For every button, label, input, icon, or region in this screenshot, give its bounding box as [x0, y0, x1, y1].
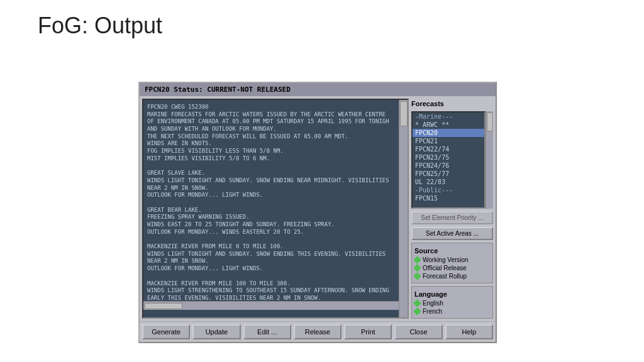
update-button[interactable]: Update	[192, 324, 240, 339]
generate-button[interactable]: Generate	[142, 324, 190, 339]
set-active-areas-button[interactable]: Set Active Areas ...	[411, 227, 493, 240]
forecast-item[interactable]: FPCN24/76	[413, 162, 484, 170]
forecast-text: FPCN20 CWEG 152300 MARINE FORECASTS FOR …	[143, 100, 408, 301]
forecast-item[interactable]: UL 22/83	[413, 178, 484, 186]
content-area: FPCN20 CWEG 152300 MARINE FORECASTS FOR …	[140, 96, 496, 321]
source-item-working[interactable]: Working Version	[414, 256, 490, 264]
forecast-item[interactable]: FPCN23/75	[413, 153, 484, 162]
right-panel: Forecasts -Marine---* ARWC **FPCN20FPCN2…	[411, 99, 493, 319]
language-label: Language	[414, 289, 490, 299]
forecast-scrollbar[interactable]	[486, 111, 493, 209]
h-scrollbar-thumb[interactable]	[145, 303, 182, 309]
language-item-french[interactable]: French	[414, 307, 490, 315]
source-item-label: Official Release	[423, 265, 467, 272]
main-window: FPCN20 Status: CURRENT-NOT RELEASED FPCN…	[138, 82, 497, 343]
diamond-icon	[413, 272, 421, 280]
print-button[interactable]: Print	[344, 324, 392, 339]
language-item-label: French	[423, 308, 442, 315]
forecasts-label: Forecasts	[411, 99, 493, 109]
vertical-scrollbar[interactable]	[399, 100, 408, 317]
diamond-icon	[413, 256, 421, 264]
language-item-english[interactable]: English	[414, 299, 490, 307]
diamond-icon	[413, 264, 421, 272]
title-bar: FPCN20 Status: CURRENT-NOT RELEASED	[140, 83, 496, 96]
language-item-label: English	[423, 300, 443, 307]
page-title: FoG: Output	[0, 0, 644, 48]
forecast-item[interactable]: -Marine---	[413, 112, 484, 121]
close-button[interactable]: Close	[394, 324, 442, 339]
text-panel: FPCN20 CWEG 152300 MARINE FORECASTS FOR …	[142, 99, 409, 319]
horizontal-scrollbar[interactable]	[143, 301, 408, 310]
forecast-item[interactable]: FPCN20	[413, 129, 484, 137]
forecast-item[interactable]: FPCN21	[413, 137, 484, 145]
forecast-item[interactable]: -Public---	[413, 186, 484, 194]
forecast-list[interactable]: -Marine---* ARWC **FPCN20FPCN21FPCN22/74…	[411, 111, 486, 209]
source-item-official[interactable]: Official Release	[414, 264, 490, 272]
forecast-item[interactable]: FPCN25/77	[413, 170, 484, 178]
scrollbar-thumb[interactable]	[400, 101, 408, 126]
edit-button[interactable]: Edit ...	[243, 324, 291, 339]
forecast-scroll-thumb[interactable]	[487, 112, 493, 131]
source-item-label: Forecast Rollup	[423, 273, 467, 280]
language-section: Language EnglishFrench	[411, 286, 493, 319]
release-button[interactable]: Release	[294, 324, 341, 339]
forecast-item[interactable]: * ARWC **	[413, 121, 484, 129]
source-label: Source	[414, 246, 490, 256]
button-bar: Generate Update Edit ... Release Print C…	[140, 321, 496, 342]
source-item-label: Working Version	[423, 256, 469, 263]
help-button[interactable]: Help	[445, 324, 493, 339]
set-element-priority-button[interactable]: Set Element Priority ...	[411, 211, 493, 224]
source-section: Source Working VersionOfficial ReleaseFo…	[411, 243, 493, 283]
diamond-icon	[413, 299, 421, 307]
source-item-rollup[interactable]: Forecast Rollup	[414, 272, 490, 280]
diamond-icon	[413, 307, 421, 315]
forecast-item[interactable]: FPCN15	[413, 194, 484, 202]
forecast-item[interactable]: FPCN22/74	[413, 145, 484, 153]
